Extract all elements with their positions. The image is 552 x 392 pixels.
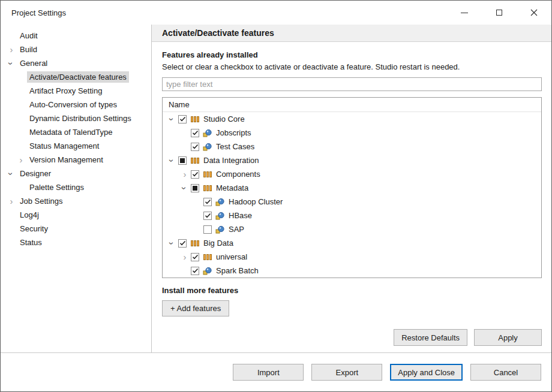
chevron-right-icon[interactable]: › xyxy=(15,155,27,165)
feature-label: Data Integration xyxy=(203,156,259,165)
sidebar-item-artifact-proxy-setting[interactable]: Artifact Proxy Setting xyxy=(1,84,151,98)
twisty-spacer xyxy=(15,86,27,96)
apply-and-close-button[interactable]: Apply and Close xyxy=(390,364,463,381)
install-section-title: Install more features xyxy=(162,286,542,295)
twisty-spacer xyxy=(15,183,27,192)
filter-input[interactable] xyxy=(162,77,542,91)
sidebar-item-label: Security xyxy=(17,223,50,234)
chevron-right-icon[interactable]: › xyxy=(5,197,17,206)
chevron-down-icon[interactable]: › xyxy=(167,155,177,167)
feature-tree-rows: ›Studio CoreJobscriptsTest Cases›Data In… xyxy=(163,112,541,278)
checkbox-hadoop-cluster[interactable] xyxy=(203,198,212,206)
feature-tree: Name ›Studio CoreJobscriptsTest Cases›Da… xyxy=(162,97,542,278)
tree-row-universal[interactable]: ›universal xyxy=(163,250,541,264)
tree-column-header-label: Name xyxy=(169,100,190,109)
close-icon xyxy=(530,9,538,16)
chevron-down-icon[interactable]: › xyxy=(167,113,177,125)
sidebar-item-security[interactable]: Security xyxy=(1,222,151,236)
panel-action-row: Restore Defaults Apply xyxy=(162,329,542,346)
sidebar-item-status[interactable]: Status xyxy=(1,236,151,249)
twisty-spacer xyxy=(15,141,27,151)
chevron-down-icon[interactable]: › xyxy=(7,168,16,180)
minimize-icon xyxy=(461,13,468,13)
sidebar-item-build[interactable]: ›Build xyxy=(1,43,151,56)
sidebar-item-label: Job Settings xyxy=(17,195,65,207)
checkbox-sap[interactable] xyxy=(203,225,212,234)
sidebar-item-log4j[interactable]: Log4j xyxy=(1,208,151,222)
tree-row-hadoop-cluster[interactable]: Hadoop Cluster xyxy=(163,195,541,209)
checkbox-data-integration[interactable] xyxy=(178,156,187,165)
twisty-spacer xyxy=(179,142,191,152)
checkbox-metadata[interactable] xyxy=(191,184,199,192)
sidebar-item-version-management[interactable]: ›Version Management xyxy=(1,153,151,167)
sidebar-item-job-settings[interactable]: ›Job Settings xyxy=(1,194,151,208)
close-button[interactable] xyxy=(517,1,551,25)
chevron-down-icon[interactable]: › xyxy=(167,237,177,249)
twisty-spacer xyxy=(191,225,203,234)
tree-row-big-data[interactable]: ›Big Data xyxy=(163,236,541,250)
feature-label: Components xyxy=(215,170,260,179)
page-title: Activate/Deactivate features xyxy=(162,28,274,38)
titlebar: Project Settings xyxy=(1,1,551,25)
checkbox-universal[interactable] xyxy=(191,253,199,261)
apply-button[interactable]: Apply xyxy=(474,329,542,346)
chevron-right-icon[interactable]: › xyxy=(179,170,191,179)
sidebar-item-palette-settings[interactable]: Palette Settings xyxy=(1,180,151,194)
import-button[interactable]: Import xyxy=(233,364,304,381)
feature-label: SAP xyxy=(228,225,244,234)
checkbox-spark-batch[interactable] xyxy=(191,267,199,275)
tree-row-components[interactable]: ›Components xyxy=(163,167,541,181)
tree-row-test-cases[interactable]: Test Cases xyxy=(163,140,541,153)
chevron-right-icon[interactable]: › xyxy=(179,252,191,262)
feature-icon xyxy=(203,266,212,276)
sidebar-item-label: Activate/Deactivate features xyxy=(27,71,129,83)
feature-icon xyxy=(215,225,225,234)
chevron-right-icon[interactable]: › xyxy=(5,45,17,55)
checkbox-studio-core[interactable] xyxy=(178,115,187,123)
tree-row-spark-batch[interactable]: Spark Batch xyxy=(163,264,541,278)
twisty-spacer xyxy=(15,100,27,110)
sidebar-item-label: Designer xyxy=(17,168,53,179)
sidebar-item-dynamic-distribution-settings[interactable]: Dynamic Distribution Settings xyxy=(1,111,151,125)
chevron-down-icon[interactable]: › xyxy=(7,58,16,70)
sidebar-item-label: Status xyxy=(17,237,44,248)
installed-section-description: Select or clear a checkbox to activate o… xyxy=(162,62,542,71)
twisty-spacer xyxy=(191,197,203,207)
tree-column-header[interactable]: Name xyxy=(163,98,541,112)
tree-row-studio-core[interactable]: ›Studio Core xyxy=(163,112,541,126)
twisty-spacer xyxy=(5,210,17,220)
checkbox-big-data[interactable] xyxy=(178,239,187,248)
feature-group-icon xyxy=(190,156,200,165)
checkbox-hbase[interactable] xyxy=(203,212,212,220)
sidebar-item-auto-conversion-of-types[interactable]: Auto-Conversion of types xyxy=(1,98,151,111)
checkbox-components[interactable] xyxy=(191,170,199,179)
tree-row-metadata[interactable]: ›Metadata xyxy=(163,181,541,195)
tree-row-hbase[interactable]: HBase xyxy=(163,209,541,222)
feature-label: HBase xyxy=(228,211,252,220)
cancel-button[interactable]: Cancel xyxy=(470,364,541,381)
sidebar-item-designer[interactable]: ›Designer xyxy=(1,167,151,180)
tree-row-sap[interactable]: SAP xyxy=(163,222,541,236)
checkbox-test-cases[interactable] xyxy=(191,143,199,151)
chevron-down-icon[interactable]: › xyxy=(180,182,190,194)
feature-label: Spark Batch xyxy=(215,266,259,275)
export-button[interactable]: Export xyxy=(311,364,382,381)
restore-defaults-button[interactable]: Restore Defaults xyxy=(394,329,467,346)
sidebar-item-status-management[interactable]: Status Management xyxy=(1,139,151,153)
tree-row-data-integration[interactable]: ›Data Integration xyxy=(163,153,541,167)
tree-row-jobscripts[interactable]: Jobscripts xyxy=(163,126,541,140)
maximize-button[interactable] xyxy=(482,1,517,25)
minimize-button[interactable] xyxy=(447,1,482,25)
partial-check-mark xyxy=(193,186,197,191)
feature-icon xyxy=(203,128,212,138)
sidebar-item-label: Dynamic Distribution Settings xyxy=(27,113,134,124)
sidebar-item-activate-deactivate-features[interactable]: Activate/Deactivate features xyxy=(1,70,151,84)
sidebar-item-label: Status Management xyxy=(27,140,101,152)
sidebar-item-audit[interactable]: Audit xyxy=(1,29,151,43)
twisty-spacer xyxy=(15,114,27,123)
checkbox-jobscripts[interactable] xyxy=(191,129,199,137)
add-features-button[interactable]: + Add features xyxy=(162,300,229,316)
sidebar-item-general[interactable]: ›General xyxy=(1,56,151,70)
sidebar-item-metadata-of-talendtype[interactable]: Metadata of TalendType xyxy=(1,125,151,139)
settings-panel: Activate/Deactivate features Features al… xyxy=(152,25,551,352)
